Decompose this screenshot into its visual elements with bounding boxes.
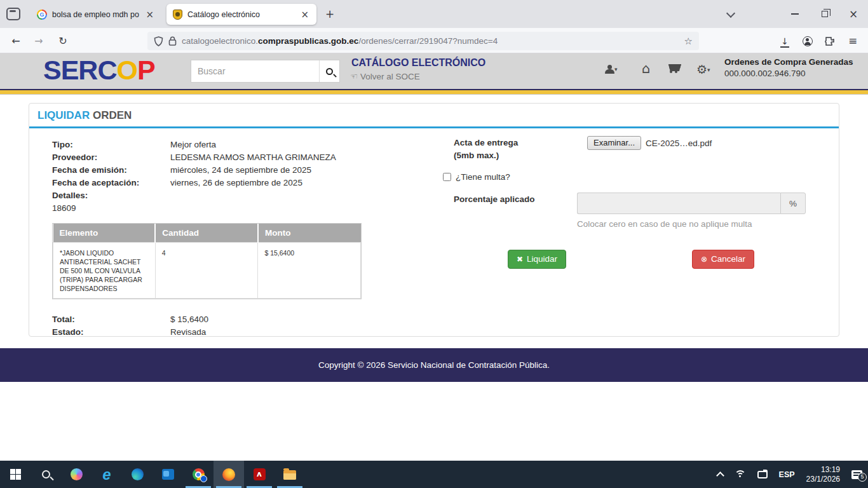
forward-button[interactable]: → xyxy=(31,33,47,50)
cell-elemento: *JABON LIQUIDO ANTIBACTERIAL SACHET DE 5… xyxy=(53,243,156,299)
orders-generated-block: Ordenes de Compra Generadas 000.000.002.… xyxy=(724,57,864,78)
outlook-button[interactable] xyxy=(153,461,183,488)
multa-checkbox-row: ¿Tiene multa? xyxy=(443,172,510,182)
cell-monto: $ 15,6400 xyxy=(258,243,361,299)
chrome-button[interactable] xyxy=(183,461,214,488)
extensions-puzzle-button[interactable] xyxy=(821,33,839,50)
lock-icon[interactable] xyxy=(168,36,177,46)
notification-icon: 5 xyxy=(851,470,862,479)
user-icon xyxy=(605,65,614,74)
url-bar[interactable]: catalogoelectronico.compraspublicas.gob.… xyxy=(147,32,699,50)
cart-button[interactable] xyxy=(668,64,679,75)
windows-logo-icon xyxy=(10,469,21,480)
liquidar-orden-card: LIQUIDAR ORDEN Tipo:Mejor oferta Proveed… xyxy=(29,103,839,337)
header-search xyxy=(191,60,340,83)
edge-button[interactable] xyxy=(122,461,153,488)
reload-button[interactable]: ↻ xyxy=(55,33,71,50)
account-button[interactable] xyxy=(799,33,817,50)
cart-icon xyxy=(668,64,679,73)
volver-soce-link[interactable]: ☜ Volver al SOCE xyxy=(350,71,420,81)
porcentaje-label: Porcentaje aplicado xyxy=(454,194,535,204)
user-menu-button[interactable]: ▾ xyxy=(605,64,618,75)
estado-row: Estado:Revisada xyxy=(52,326,816,339)
edge-icon xyxy=(132,468,144,480)
detail-row-fecha-aceptacion: Fecha de aceptación:viernes, 26 de septi… xyxy=(52,177,816,189)
display-button[interactable] xyxy=(752,461,773,488)
back-button[interactable]: ← xyxy=(8,33,24,50)
page-footer: Copyright © 2026 Servicio Nacional de Co… xyxy=(0,348,868,382)
multa-label: ¿Tiene multa? xyxy=(456,172,510,182)
file-upload-widget: Examinar... CE-2025…ed.pdf xyxy=(587,136,712,150)
tracking-shield-icon[interactable] xyxy=(154,36,163,46)
firefox-icon xyxy=(222,468,235,481)
search-button[interactable] xyxy=(319,60,339,82)
taskbar-search-button[interactable] xyxy=(31,461,61,488)
wifi-button[interactable] xyxy=(729,461,752,488)
x-mark-icon: ✖ xyxy=(517,255,523,264)
circle-x-icon: ⊗ xyxy=(701,255,707,264)
copilot-button[interactable] xyxy=(61,461,92,488)
file-explorer-button[interactable] xyxy=(275,461,305,488)
estado-value: Revisada xyxy=(170,326,206,339)
examinar-button[interactable]: Examinar... xyxy=(587,136,641,150)
acrobat-button[interactable]: ʌ xyxy=(244,461,275,488)
total-row: Total:$ 15,6400 xyxy=(52,313,816,326)
detail-row-proveedor: Proveedor:LEDESMA RAMOS MARTHA GRIMANEZA xyxy=(52,151,816,164)
tab-close-icon[interactable]: × xyxy=(144,9,155,20)
table-row: *JABON LIQUIDO ANTIBACTERIAL SACHET DE 5… xyxy=(53,243,361,299)
window-restore-button[interactable] xyxy=(810,0,839,28)
tab-label: bolsa de empleo mdh postular xyxy=(52,10,139,19)
page-title: LIQUIDAR ORDEN xyxy=(29,104,839,128)
ecuador-crest-favicon-icon xyxy=(173,10,182,20)
time: 13:19 xyxy=(806,465,840,475)
tab-list-chevron-icon[interactable] xyxy=(726,9,735,18)
menu-hamburger-button[interactable]: ≡ xyxy=(844,33,862,50)
new-tab-button[interactable]: + xyxy=(322,6,338,23)
detail-row-fecha-emision: Fecha de emisión:miércoles, 24 de septie… xyxy=(52,164,816,177)
search-icon xyxy=(326,68,333,75)
acta-entrega-label: Acta de entrega (5mb max.) xyxy=(454,137,518,162)
search-icon xyxy=(42,470,50,478)
tab-label: Catálogo electrónico xyxy=(187,10,294,19)
home-button[interactable]: ⌂ xyxy=(642,61,650,76)
tray-overflow-button[interactable] xyxy=(712,461,729,488)
caret-down-icon: ▾ xyxy=(707,67,710,73)
internet-explorer-button[interactable]: e xyxy=(92,461,122,488)
cancelar-button[interactable]: ⊗ Cancelar xyxy=(692,250,754,269)
date: 23/1/2026 xyxy=(806,475,840,484)
liquidar-button[interactable]: ✖ Liquidar xyxy=(508,250,566,269)
window-minimize-button[interactable] xyxy=(780,0,810,28)
start-button[interactable] xyxy=(0,461,31,488)
language-indicator[interactable]: ESP xyxy=(773,461,801,488)
system-tray: ESP 13:1923/1/2026 5 xyxy=(712,461,868,488)
gear-icon: ⚙ xyxy=(696,62,707,76)
multa-helper-text: Colocar cero en caso de que no aplique m… xyxy=(577,219,752,229)
total-value: $ 15,6400 xyxy=(170,313,208,326)
notification-badge: 5 xyxy=(858,473,867,482)
search-input[interactable] xyxy=(191,60,319,82)
downloads-button[interactable]: ↓ xyxy=(776,33,794,50)
bookmark-star-icon[interactable]: ☆ xyxy=(684,36,693,47)
col-header-cantidad: Cantidad xyxy=(155,224,258,243)
sercop-logo[interactable]: SERCOP xyxy=(43,55,155,86)
porcentaje-input-group: % xyxy=(577,193,806,214)
caret-down-icon: ▾ xyxy=(614,66,618,72)
tab-close-icon[interactable]: × xyxy=(299,9,310,20)
multa-checkbox[interactable] xyxy=(443,173,451,181)
chevron-up-icon xyxy=(716,471,724,480)
wifi-icon xyxy=(735,470,746,478)
tab-bolsa-empleo[interactable]: bolsa de empleo mdh postular × xyxy=(31,4,161,25)
outlook-icon xyxy=(162,469,174,480)
notification-button[interactable]: 5 xyxy=(846,461,868,488)
chrome-profile-badge xyxy=(200,475,207,482)
firefox-view-icon[interactable] xyxy=(6,8,20,20)
clock[interactable]: 13:1923/1/2026 xyxy=(801,461,846,488)
firefox-button[interactable] xyxy=(214,461,244,488)
window-close-button[interactable]: × xyxy=(839,0,868,28)
tab-catalogo-electronico[interactable]: Catálogo electrónico × xyxy=(166,4,316,25)
orders-number: 000.000.002.946.790 xyxy=(724,69,864,78)
settings-menu-button[interactable]: ⚙▾ xyxy=(696,62,710,77)
porcentaje-input[interactable] xyxy=(577,193,780,214)
col-header-monto: Monto xyxy=(258,224,361,243)
orders-label: Ordenes de Compra Generadas xyxy=(724,57,864,67)
